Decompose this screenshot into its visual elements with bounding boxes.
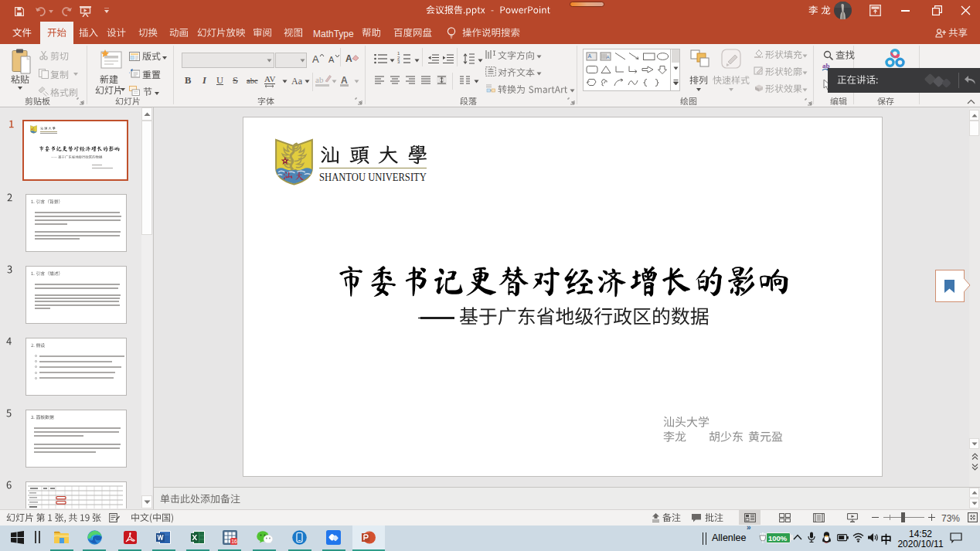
svg-text:16: 16: [231, 539, 237, 544]
svg-text:A: A: [588, 53, 592, 59]
svg-text:A: A: [607, 55, 610, 60]
